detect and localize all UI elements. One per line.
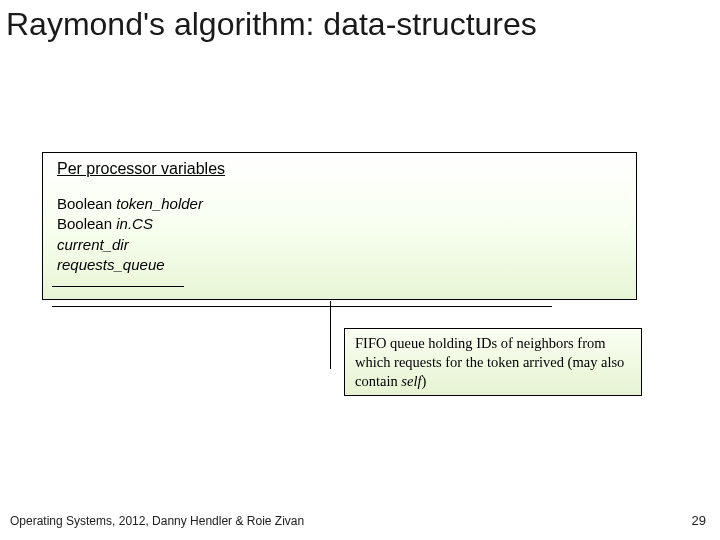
type-label: Boolean — [57, 195, 116, 212]
highlight-line-bottom — [52, 306, 552, 307]
connector-line — [330, 301, 331, 369]
box-heading: Per processor variables — [57, 160, 622, 178]
var-name: in.CS — [116, 215, 153, 232]
var-name: token_holder — [116, 195, 203, 212]
callout-text: FIFO queue holding IDs of neighbors from… — [355, 335, 624, 389]
callout-self: self — [401, 373, 421, 389]
footer-text: Operating Systems, 2012, Danny Hendler &… — [10, 514, 304, 528]
var-name: requests_queue — [57, 256, 165, 273]
var-line-4: requests_queue — [57, 255, 622, 275]
page-number: 29 — [692, 513, 706, 528]
var-name: current_dir — [57, 236, 129, 253]
slide-title: Raymond's algorithm: data-structures — [6, 6, 537, 43]
variables-box: Per processor variables Boolean token_ho… — [42, 152, 637, 300]
callout-text-after: ) — [421, 373, 426, 389]
type-label: Boolean — [57, 215, 116, 232]
var-line-1: Boolean token_holder — [57, 194, 622, 214]
var-line-3: current_dir — [57, 235, 622, 255]
highlight-line-top — [52, 286, 184, 287]
callout-box: FIFO queue holding IDs of neighbors from… — [344, 328, 642, 396]
var-line-2: Boolean in.CS — [57, 214, 622, 234]
